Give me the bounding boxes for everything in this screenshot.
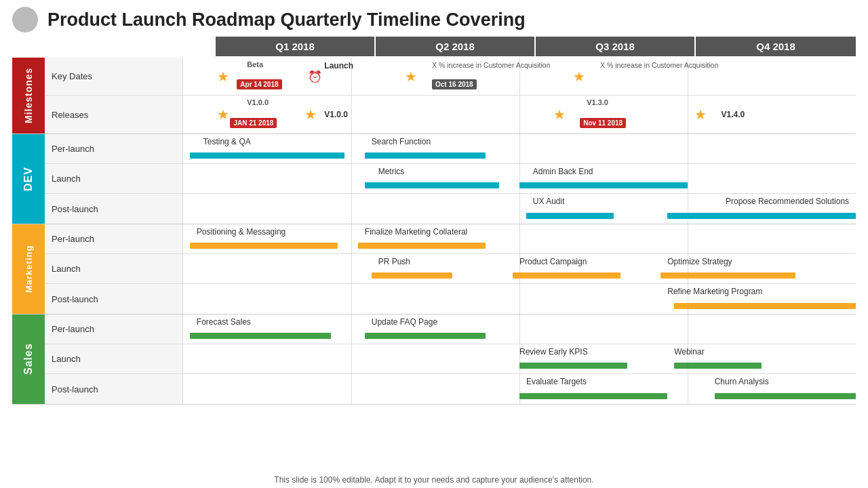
mkt-prelaunch-row: Per-launch Positioning & Messaging Final…	[45, 224, 856, 254]
main-body: Milestones Key Dates ★ Beta Apr 14 2018	[12, 58, 856, 472]
jan21-badge: JAN 21 2018	[230, 118, 277, 128]
faq-bar	[365, 333, 486, 339]
mkt-postlaunch-gantt: Refine Marketing Program	[183, 284, 856, 314]
testing-qa-bar	[190, 152, 344, 159]
webinar-label: Webinar	[674, 347, 704, 357]
title-area: Product Launch Roadmap Quarterly Timelin…	[12, 0, 856, 37]
launch-label: Launch	[324, 61, 353, 70]
key-dates-row: Key Dates ★ Beta Apr 14 2018 ⏰	[45, 58, 856, 96]
title-circle-icon	[12, 7, 38, 33]
header-spacer	[12, 37, 216, 56]
refine-bar	[674, 303, 856, 309]
search-fn-bar	[365, 152, 486, 159]
apr14-badge: Apr 14 2018	[237, 79, 281, 89]
sales-launch-gantt: Review Early KPIS Webinar	[183, 344, 856, 373]
q4-header: Q4 2018	[696, 37, 856, 56]
optimize-bar	[660, 272, 795, 279]
star-q1-releases: ★	[217, 106, 229, 123]
key-dates-gantt: ★ Beta Apr 14 2018 ⏰ Launch Oct 16 2018 …	[183, 58, 856, 95]
dev-postlaunch-gantt: UX Audit Propose Recommended Solutions	[183, 194, 856, 224]
v130-label: V1.3.0	[587, 98, 608, 106]
alarm-icon: ⏰	[308, 69, 322, 83]
dev-prelaunch-label: Per-launch	[45, 134, 183, 163]
sales-postlaunch-row: Post-launch Evaluate Targets Churn Analy…	[45, 374, 856, 404]
webinar-bar	[674, 363, 762, 369]
star-q4-releases: ★	[694, 106, 707, 123]
sales-launch-label: Launch	[45, 344, 183, 373]
admin-backend-label: Admin Back End	[533, 167, 593, 176]
sales-section: Sales Per-launch Forecast Sales Update F…	[12, 314, 856, 405]
star-q3-keydates: ★	[573, 68, 585, 85]
sales-prelaunch-label: Per-launch	[45, 314, 183, 344]
admin-backend-bar	[519, 182, 688, 188]
dev-rows: Per-launch Testing & QA Search Function …	[45, 134, 856, 224]
q1-header: Q1 2018	[216, 37, 376, 56]
sales-prelaunch-gantt: Forecast Sales Update FAQ Page	[183, 314, 856, 344]
forecast-label: Forecast Sales	[197, 317, 251, 327]
dev-launch-gantt: Metrics Admin Back End	[183, 164, 856, 193]
q3-header: Q3 2018	[536, 37, 696, 56]
mkt-launch-label: Launch	[45, 254, 183, 283]
ux-audit-label: UX Audit	[533, 197, 565, 206]
sales-rows: Per-launch Forecast Sales Update FAQ Pag…	[45, 314, 856, 404]
ux-audit-bar	[526, 213, 614, 219]
review-kpis-bar	[519, 363, 627, 369]
quarter-header-row: Q1 2018 Q2 2018 Q3 2018 Q4 2018	[12, 37, 856, 56]
optimize-label: Optimize Strategy	[667, 257, 732, 266]
marketing-badge: Marketing	[12, 224, 45, 314]
dev-postlaunch-label: Post-launch	[45, 194, 183, 224]
finalize-label: Finalize Marketing Collateral	[365, 227, 467, 237]
faq-label: Update FAQ Page	[372, 317, 437, 327]
metrics-label: Metrics	[378, 167, 405, 176]
footer: This slide is 100% editable. Adapt it to…	[12, 472, 856, 488]
dev-prelaunch-gantt: Testing & QA Search Function	[183, 134, 856, 163]
marketing-rows: Per-launch Positioning & Messaging Final…	[45, 224, 856, 314]
v140-label: V1.4.0	[722, 110, 745, 119]
mkt-launch-row: Launch PR Push Product Campaign Optimize…	[45, 254, 856, 284]
refine-label: Refine Marketing Program	[667, 287, 762, 296]
oct16-badge: Oct 16 2018	[432, 79, 477, 89]
footer-text: This slide is 100% editable. Adapt it to…	[274, 475, 593, 485]
xpct-q3: X % increase in Customer Acquisition	[600, 61, 719, 69]
metrics-bar	[365, 182, 499, 188]
pr-push-bar	[372, 272, 452, 279]
star-q2-keydates: ★	[405, 68, 417, 85]
milestones-badge: Milestones	[12, 58, 45, 134]
review-kpis-label: Review Early KPIS	[519, 347, 588, 357]
mkt-prelaunch-label: Per-launch	[45, 224, 183, 253]
milestones-rows: Key Dates ★ Beta Apr 14 2018 ⏰	[45, 58, 856, 134]
sales-postlaunch-gantt: Evaluate Targets Churn Analysis	[183, 374, 856, 404]
dev-badge: DEV	[12, 134, 45, 224]
mkt-launch-gantt: PR Push Product Campaign Optimize Strate…	[183, 254, 856, 283]
positioning-bar	[190, 243, 338, 249]
page-container: Product Launch Roadmap Quarterly Timelin…	[0, 0, 868, 488]
sales-postlaunch-label: Post-launch	[45, 374, 183, 404]
eval-targets-bar	[519, 393, 667, 399]
page-title: Product Launch Roadmap Quarterly Timelin…	[47, 9, 526, 30]
releases-row: Releases ★ V1.0.0 JAN 21 2018 ★ V1.0.	[45, 96, 856, 134]
dev-postlaunch-row: Post-launch UX Audit Propose Recommended…	[45, 194, 856, 224]
sales-launch-row: Launch Review Early KPIS Webinar	[45, 344, 856, 374]
v100-q2-label: V1.0.0	[324, 110, 348, 119]
churn-analysis-label: Churn Analysis	[715, 377, 769, 386]
milestones-section: Milestones Key Dates ★ Beta Apr 14 2018	[12, 58, 856, 134]
sales-badge: Sales	[12, 314, 45, 404]
product-campaign-label: Product Campaign	[519, 257, 587, 266]
dev-launch-row: Launch Metrics Admin Back End	[45, 164, 856, 194]
nov11-badge: Nov 11 2018	[580, 118, 626, 128]
testing-qa-label: Testing & QA	[203, 137, 251, 146]
churn-analysis-bar	[715, 393, 856, 399]
xpct-q2: X % increase in Customer Acquisition	[432, 61, 551, 69]
mkt-prelaunch-gantt: Positioning & Messaging Finalize Marketi…	[183, 224, 856, 253]
dev-prelaunch-row: Per-launch Testing & QA Search Function	[45, 134, 856, 164]
q2-header: Q2 2018	[376, 37, 536, 56]
product-campaign-bar	[513, 272, 620, 279]
pr-push-label: PR Push	[378, 257, 410, 266]
forecast-bar	[190, 333, 331, 339]
propose-bar	[667, 213, 856, 219]
key-dates-label: Key Dates	[45, 58, 183, 95]
positioning-label: Positioning & Messaging	[197, 227, 285, 237]
beta-label: Beta	[247, 60, 263, 68]
star-q3-releases: ★	[553, 106, 566, 123]
releases-label: Releases	[45, 96, 183, 134]
